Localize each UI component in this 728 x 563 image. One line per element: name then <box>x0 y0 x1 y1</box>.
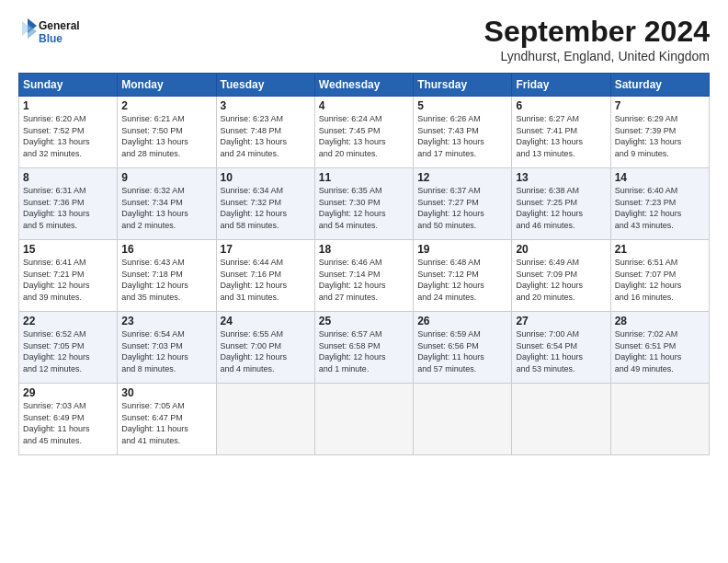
day-info: Sunrise: 7:03 AMSunset: 6:49 PMDaylight:… <box>23 400 113 446</box>
day-info: Sunrise: 6:23 AMSunset: 7:48 PMDaylight:… <box>221 113 311 159</box>
svg-text:Blue: Blue <box>39 32 63 45</box>
day-info: Sunrise: 6:31 AMSunset: 7:36 PMDaylight:… <box>23 185 113 231</box>
day-number: 6 <box>516 99 606 112</box>
table-cell: 2Sunrise: 6:21 AMSunset: 7:50 PMDaylight… <box>118 97 216 168</box>
day-info: Sunrise: 6:41 AMSunset: 7:21 PMDaylight:… <box>23 257 113 303</box>
day-number: 11 <box>319 171 409 184</box>
day-number: 25 <box>319 315 409 327</box>
table-cell: 21Sunrise: 6:51 AMSunset: 7:07 PMDayligh… <box>610 240 709 312</box>
table-cell: 18Sunrise: 6:46 AMSunset: 7:14 PMDayligh… <box>314 240 413 312</box>
table-cell <box>414 384 512 455</box>
table-cell <box>512 384 610 455</box>
col-saturday: Saturday <box>610 74 709 97</box>
logo-svg: General Blue <box>18 15 83 50</box>
svg-text:General: General <box>39 19 80 32</box>
day-number: 4 <box>319 99 409 112</box>
day-number: 27 <box>516 315 606 327</box>
day-info: Sunrise: 6:59 AMSunset: 6:56 PMDaylight:… <box>417 328 507 374</box>
col-wednesday: Wednesday <box>314 74 413 97</box>
table-cell: 20Sunrise: 6:49 AMSunset: 7:09 PMDayligh… <box>512 240 610 312</box>
table-cell: 29Sunrise: 7:03 AMSunset: 6:49 PMDayligh… <box>19 384 118 455</box>
calendar-table: Sunday Monday Tuesday Wednesday Thursday… <box>18 73 710 455</box>
title-area: September 2024 Lyndhurst, England, Unite… <box>484 15 710 63</box>
table-cell: 10Sunrise: 6:34 AMSunset: 7:32 PMDayligh… <box>216 168 314 240</box>
day-number: 16 <box>121 243 211 256</box>
table-cell: 11Sunrise: 6:35 AMSunset: 7:30 PMDayligh… <box>314 168 413 240</box>
day-info: Sunrise: 6:40 AMSunset: 7:23 PMDaylight:… <box>615 185 705 231</box>
table-cell: 26Sunrise: 6:59 AMSunset: 6:56 PMDayligh… <box>414 312 512 384</box>
day-number: 12 <box>417 171 507 184</box>
table-cell: 1Sunrise: 6:20 AMSunset: 7:52 PMDaylight… <box>19 97 118 168</box>
col-tuesday: Tuesday <box>216 74 314 97</box>
day-info: Sunrise: 6:49 AMSunset: 7:09 PMDaylight:… <box>516 257 606 303</box>
table-cell: 7Sunrise: 6:29 AMSunset: 7:39 PMDaylight… <box>610 97 709 168</box>
col-thursday: Thursday <box>414 74 512 97</box>
day-number: 5 <box>417 99 507 112</box>
day-info: Sunrise: 6:32 AMSunset: 7:34 PMDaylight:… <box>121 185 211 231</box>
day-number: 21 <box>615 243 705 256</box>
day-number: 30 <box>121 386 211 399</box>
calendar-header-row: Sunday Monday Tuesday Wednesday Thursday… <box>19 74 710 97</box>
day-info: Sunrise: 6:55 AMSunset: 7:00 PMDaylight:… <box>221 328 311 374</box>
table-cell: 16Sunrise: 6:43 AMSunset: 7:18 PMDayligh… <box>118 240 216 312</box>
day-number: 13 <box>516 171 606 184</box>
table-cell: 30Sunrise: 7:05 AMSunset: 6:47 PMDayligh… <box>118 384 216 455</box>
day-info: Sunrise: 7:00 AMSunset: 6:54 PMDaylight:… <box>516 328 606 374</box>
day-info: Sunrise: 6:38 AMSunset: 7:25 PMDaylight:… <box>516 185 606 231</box>
calendar-row-4: 22Sunrise: 6:52 AMSunset: 7:05 PMDayligh… <box>19 312 710 384</box>
col-friday: Friday <box>512 74 610 97</box>
day-number: 23 <box>121 315 211 327</box>
day-number: 8 <box>23 171 113 184</box>
day-info: Sunrise: 6:37 AMSunset: 7:27 PMDaylight:… <box>417 185 507 231</box>
table-cell: 17Sunrise: 6:44 AMSunset: 7:16 PMDayligh… <box>216 240 314 312</box>
day-number: 24 <box>221 315 311 327</box>
day-number: 15 <box>23 243 113 256</box>
table-cell: 3Sunrise: 6:23 AMSunset: 7:48 PMDaylight… <box>216 97 314 168</box>
day-info: Sunrise: 6:48 AMSunset: 7:12 PMDaylight:… <box>417 257 507 303</box>
table-cell: 19Sunrise: 6:48 AMSunset: 7:12 PMDayligh… <box>414 240 512 312</box>
day-number: 1 <box>23 99 113 112</box>
day-number: 19 <box>417 243 507 256</box>
day-number: 29 <box>23 386 113 399</box>
page: General Blue September 2024 Lyndhurst, E… <box>0 0 728 465</box>
calendar-row-2: 8Sunrise: 6:31 AMSunset: 7:36 PMDaylight… <box>19 168 710 240</box>
calendar-row-5: 29Sunrise: 7:03 AMSunset: 6:49 PMDayligh… <box>19 384 710 455</box>
day-number: 2 <box>121 99 211 112</box>
calendar-row-3: 15Sunrise: 6:41 AMSunset: 7:21 PMDayligh… <box>19 240 710 312</box>
table-cell: 28Sunrise: 7:02 AMSunset: 6:51 PMDayligh… <box>610 312 709 384</box>
day-info: Sunrise: 6:34 AMSunset: 7:32 PMDaylight:… <box>221 185 311 231</box>
col-sunday: Sunday <box>19 74 118 97</box>
day-number: 26 <box>417 315 507 327</box>
day-info: Sunrise: 6:29 AMSunset: 7:39 PMDaylight:… <box>615 113 705 159</box>
day-number: 14 <box>615 171 705 184</box>
day-number: 9 <box>121 171 211 184</box>
table-cell: 14Sunrise: 6:40 AMSunset: 7:23 PMDayligh… <box>610 168 709 240</box>
table-cell: 15Sunrise: 6:41 AMSunset: 7:21 PMDayligh… <box>19 240 118 312</box>
table-cell: 22Sunrise: 6:52 AMSunset: 7:05 PMDayligh… <box>19 312 118 384</box>
table-cell: 9Sunrise: 6:32 AMSunset: 7:34 PMDaylight… <box>118 168 216 240</box>
logo: General Blue <box>18 15 83 50</box>
day-info: Sunrise: 6:46 AMSunset: 7:14 PMDaylight:… <box>319 257 409 303</box>
table-cell: 27Sunrise: 7:00 AMSunset: 6:54 PMDayligh… <box>512 312 610 384</box>
table-cell <box>610 384 709 455</box>
day-number: 7 <box>615 99 705 112</box>
day-number: 28 <box>615 315 705 327</box>
calendar-row-1: 1Sunrise: 6:20 AMSunset: 7:52 PMDaylight… <box>19 97 710 168</box>
table-cell: 25Sunrise: 6:57 AMSunset: 6:58 PMDayligh… <box>314 312 413 384</box>
day-number: 10 <box>221 171 311 184</box>
day-number: 20 <box>516 243 606 256</box>
month-title: September 2024 <box>484 15 710 49</box>
day-info: Sunrise: 6:20 AMSunset: 7:52 PMDaylight:… <box>23 113 113 159</box>
day-info: Sunrise: 6:51 AMSunset: 7:07 PMDaylight:… <box>615 257 705 303</box>
day-info: Sunrise: 6:57 AMSunset: 6:58 PMDaylight:… <box>319 328 409 374</box>
day-info: Sunrise: 6:24 AMSunset: 7:45 PMDaylight:… <box>319 113 409 159</box>
day-info: Sunrise: 6:27 AMSunset: 7:41 PMDaylight:… <box>516 113 606 159</box>
day-info: Sunrise: 6:35 AMSunset: 7:30 PMDaylight:… <box>319 185 409 231</box>
day-number: 17 <box>221 243 311 256</box>
table-cell <box>216 384 314 455</box>
location: Lyndhurst, England, United Kingdom <box>484 49 710 63</box>
day-number: 3 <box>221 99 311 112</box>
day-info: Sunrise: 7:02 AMSunset: 6:51 PMDaylight:… <box>615 328 705 374</box>
day-info: Sunrise: 6:21 AMSunset: 7:50 PMDaylight:… <box>121 113 211 159</box>
table-cell: 24Sunrise: 6:55 AMSunset: 7:00 PMDayligh… <box>216 312 314 384</box>
